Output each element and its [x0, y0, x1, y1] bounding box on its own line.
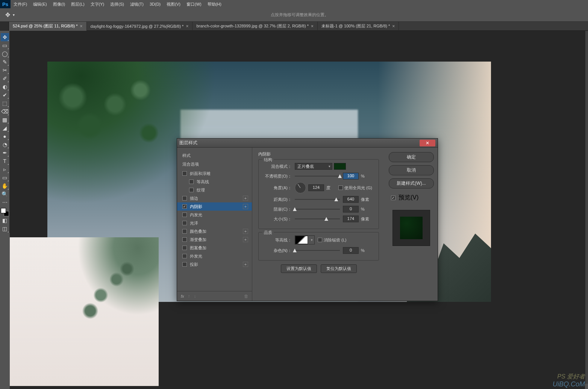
pen-tool[interactable]: ✒	[1, 149, 9, 157]
dodge-tool[interactable]: ◔	[1, 140, 9, 149]
close-icon[interactable]: ×	[392, 24, 395, 29]
menu-file[interactable]: 文件(F)	[11, 2, 30, 7]
menu-help[interactable]: 帮助(H)	[205, 2, 224, 7]
style-checkbox[interactable]	[182, 204, 187, 209]
menu-select[interactable]: 选择(S)	[107, 2, 127, 7]
history-brush-tool[interactable]: ⌫	[1, 107, 9, 116]
quick-select-tool[interactable]: ✎	[1, 58, 9, 66]
style-item-5[interactable]: 内发光	[177, 211, 252, 219]
move-tool-dropdown[interactable]: ▾	[13, 13, 15, 17]
style-item-11[interactable]: 投影+	[177, 260, 252, 268]
path-select-tool[interactable]: ▹	[1, 165, 9, 173]
close-icon[interactable]: ×	[311, 24, 314, 29]
styles-header[interactable]: 样式	[177, 151, 252, 160]
contour-picker[interactable]	[295, 235, 315, 244]
menu-layer[interactable]: 图层(L)	[68, 2, 87, 7]
arrow-down-icon[interactable]: ↓	[194, 294, 196, 299]
add-effect-icon[interactable]: +	[243, 262, 248, 267]
add-effect-icon[interactable]: +	[243, 237, 248, 242]
style-checkbox[interactable]	[182, 229, 187, 234]
eyedropper-tool[interactable]: ✐	[1, 74, 9, 83]
menu-image[interactable]: 图像(I)	[50, 2, 68, 7]
blend-mode-dropdown[interactable]: 正片叠底	[295, 163, 332, 170]
blur-tool[interactable]: ●	[1, 132, 9, 140]
crop-tool[interactable]: ✂	[1, 66, 9, 74]
menu-edit[interactable]: 编辑(E)	[30, 2, 50, 7]
healing-tool[interactable]: ◐	[1, 83, 9, 91]
lasso-tool[interactable]: ◯	[1, 50, 9, 58]
brush-tool[interactable]: ✔	[1, 91, 9, 99]
style-checkbox[interactable]	[182, 246, 187, 250]
style-checkbox[interactable]	[182, 221, 187, 225]
style-checkbox[interactable]	[182, 237, 187, 242]
noise-slider[interactable]	[295, 250, 340, 251]
antialias-checkbox[interactable]: 消除锯齿 (L)	[318, 237, 347, 243]
doc-tab-3[interactable]: branch-color-growth-1328999.jpg @ 32.7% …	[192, 22, 318, 31]
menu-view[interactable]: 视图(V)	[164, 2, 183, 7]
overlay-branch-image[interactable]	[10, 237, 159, 386]
style-checkbox[interactable]	[189, 179, 194, 184]
stamp-tool[interactable]: ⬚	[1, 99, 9, 107]
marquee-tool[interactable]: ▭	[1, 41, 9, 50]
choke-input[interactable]: 0	[343, 206, 359, 213]
reset-default-button[interactable]: 复位为默认值	[321, 264, 357, 273]
style-checkbox[interactable]	[182, 254, 187, 258]
preview-checkbox[interactable]: 预览(V)	[389, 194, 434, 202]
move-tool-icon[interactable]: ✥	[4, 11, 11, 19]
arrow-up-icon[interactable]: ↑	[188, 294, 190, 299]
distance-slider[interactable]	[295, 199, 340, 200]
style-checkbox[interactable]	[182, 171, 187, 176]
ok-button[interactable]: 确定	[389, 152, 434, 162]
style-checkbox[interactable]	[182, 196, 187, 201]
zoom-tool[interactable]: 🔍	[1, 190, 9, 198]
doc-tab-4[interactable]: 未标题-1 @ 100% (图层 21, RGB/8) *×	[318, 22, 399, 31]
doc-tab-2[interactable]: daylight-fog-foggy-1647972.jpg @ 27.2%(R…	[87, 22, 193, 31]
style-item-7[interactable]: 颜色叠加+	[177, 227, 252, 235]
opacity-input[interactable]: 100	[343, 173, 359, 179]
move-tool[interactable]: ✥	[1, 33, 9, 41]
menu-filter[interactable]: 滤镜(T)	[127, 2, 147, 7]
gradient-tool[interactable]: ◢	[1, 124, 9, 132]
add-effect-icon[interactable]: +	[243, 229, 248, 234]
new-style-button[interactable]: 新建样式(W)...	[389, 178, 434, 188]
angle-dial[interactable]	[295, 182, 306, 193]
style-item-1[interactable]: 等高线	[177, 178, 252, 186]
blending-options-item[interactable]: 混合选项	[177, 160, 252, 169]
menu-window[interactable]: 窗口(W)	[183, 2, 205, 7]
add-effect-icon[interactable]: +	[243, 196, 248, 201]
fx-label[interactable]: fx	[181, 294, 184, 299]
choke-slider[interactable]	[295, 209, 340, 210]
style-checkbox[interactable]	[182, 213, 187, 217]
menu-3d[interactable]: 3D(D)	[147, 2, 164, 6]
style-item-2[interactable]: 纹理	[177, 186, 252, 194]
hand-tool[interactable]: ✋	[1, 182, 9, 190]
size-input[interactable]: 174	[343, 216, 359, 222]
close-icon[interactable]: ×	[80, 24, 83, 29]
make-default-button[interactable]: 设置为默认值	[281, 264, 317, 273]
cancel-button[interactable]: 取消	[389, 165, 434, 175]
color-swatches[interactable]	[1, 208, 9, 216]
dialog-titlebar[interactable]: 图层样式 ✕	[177, 139, 438, 148]
style-checkbox[interactable]	[182, 262, 187, 267]
style-item-9[interactable]: 图案叠加	[177, 244, 252, 252]
screenmode-tool[interactable]: ◫	[1, 225, 9, 233]
foreground-color[interactable]	[1, 208, 6, 213]
style-item-6[interactable]: 光泽	[177, 219, 252, 227]
doc-tab-1[interactable]: 524.psd @ 25% (图层 11, RGB/8) *×	[9, 22, 87, 31]
type-tool[interactable]: T	[1, 157, 9, 165]
style-item-4[interactable]: 内阴影+	[177, 202, 252, 211]
style-item-8[interactable]: 渐变叠加+	[177, 235, 252, 244]
menu-type[interactable]: 文字(Y)	[88, 2, 108, 7]
opacity-slider[interactable]	[295, 176, 340, 176]
right-panel-collapsed[interactable]	[585, 31, 588, 384]
size-slider[interactable]	[295, 219, 340, 219]
close-icon[interactable]: ×	[186, 24, 188, 29]
quickmask-tool[interactable]: ◧	[1, 216, 9, 225]
shadow-color-swatch[interactable]	[334, 163, 346, 170]
style-item-0[interactable]: 斜面和浮雕	[177, 169, 252, 178]
edit-toolbar[interactable]: ⋯	[1, 198, 9, 207]
distance-input[interactable]: 640	[343, 196, 359, 203]
dialog-close-button[interactable]: ✕	[420, 140, 435, 146]
eraser-tool[interactable]: ▩	[1, 116, 9, 124]
add-effect-icon[interactable]: +	[243, 204, 248, 209]
